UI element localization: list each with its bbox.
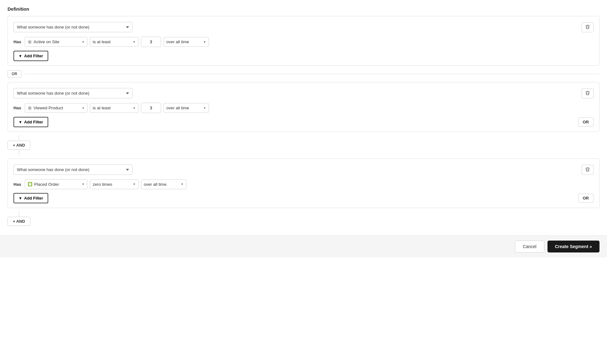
and-line-v-1 [19, 135, 19, 141]
has-label-2: Has [13, 106, 22, 110]
event-arrow-3: ▼ [82, 183, 85, 186]
add-filter-3-button[interactable]: ▼ Add Filter [13, 193, 48, 203]
condition-arrow-3: ▼ [133, 183, 136, 186]
value-input-1[interactable] [141, 37, 161, 47]
time-select-1[interactable]: over all time ▼ [163, 37, 209, 47]
time-value-1: over all time [166, 39, 189, 44]
time-value-2: over all time [166, 106, 189, 110]
and-line-v-2 [19, 150, 19, 155]
condition-select-3[interactable]: zero times ▼ [90, 179, 138, 189]
add-filter-1-label: Add Filter [24, 54, 43, 58]
main-select-dropdown-2[interactable]: What someone has done (or not done) Prop… [13, 88, 132, 98]
time-select-3[interactable]: over all time ▼ [141, 179, 186, 189]
condition-value-1: is at least [93, 39, 111, 44]
condition-group-1: What someone has done (or not done) Prop… [8, 16, 599, 66]
cancel-button[interactable]: Cancel [515, 241, 544, 252]
filter-row-1: Has Active on Site ▼ is at least ▼ over … [13, 37, 594, 47]
event-arrow-2: ▼ [82, 107, 85, 110]
time-select-2[interactable]: over all time ▼ [163, 103, 209, 113]
condition-select-1[interactable]: is at least ▼ [90, 37, 138, 47]
condition-arrow-1: ▼ [133, 40, 136, 44]
condition-value-3: zero times [93, 182, 112, 187]
main-select-1[interactable]: What someone has done (or not done) Prop… [13, 22, 132, 32]
event-select-2[interactable]: Viewed Product ▼ [25, 103, 87, 113]
main-select-dropdown-3[interactable]: What someone has done (or not done) Prop… [13, 164, 132, 175]
and-button-1[interactable]: + AND [8, 141, 30, 150]
time-value-3: over all time [144, 182, 167, 187]
filter-icon-3: ▼ [18, 196, 22, 200]
or-button-3[interactable]: OR [578, 194, 594, 203]
or-button-2[interactable]: OR [578, 117, 594, 127]
gear-icon-1 [28, 40, 32, 44]
add-filter-2-button[interactable]: ▼ Add Filter [13, 117, 48, 127]
value-input-2[interactable] [141, 103, 161, 113]
and-wrapper-2: + AND [8, 211, 599, 226]
condition-value-2: is at least [93, 106, 111, 110]
delete-group-3-button[interactable] [582, 165, 594, 175]
add-filter-3-label: Add Filter [24, 196, 43, 200]
footer-bar: Cancel Create Segment » [0, 235, 607, 257]
time-arrow-2: ▼ [203, 107, 206, 110]
condition-arrow-2: ▼ [133, 107, 136, 110]
event-select-1[interactable]: Active on Site ▼ [25, 37, 87, 47]
event-value-2: Viewed Product [34, 106, 63, 110]
event-arrow-1: ▼ [82, 40, 85, 44]
filter-icon-1: ▼ [18, 54, 22, 58]
definition-title: Definition [8, 6, 599, 12]
filter-icon-2: ▼ [18, 120, 22, 124]
trash-icon-2 [585, 91, 590, 95]
add-filter-2-label: Add Filter [24, 120, 43, 124]
delete-group-2-button[interactable] [582, 88, 594, 98]
time-arrow-1: ▼ [203, 40, 206, 44]
filter-row-3: Has Placed Order ▼ zero times ▼ over all… [13, 179, 594, 189]
create-segment-button[interactable]: Create Segment » [547, 241, 599, 252]
condition-group-3: What someone has done (or not done) Prop… [8, 159, 599, 208]
condition-select-2[interactable]: is at least ▼ [90, 103, 138, 113]
shopify-icon-3 [28, 182, 33, 187]
gear-icon-2 [28, 106, 32, 110]
main-select-3[interactable]: What someone has done (or not done) Prop… [13, 164, 132, 175]
svg-point-1 [29, 107, 31, 109]
or-line-1 [24, 74, 599, 74]
add-filter-1-button[interactable]: ▼ Add Filter [13, 51, 48, 61]
has-label-1: Has [13, 39, 22, 44]
and-line-v-3 [19, 211, 19, 217]
or-divider-1: OR [8, 70, 599, 78]
main-select-dropdown-1[interactable]: What someone has done (or not done) Prop… [13, 22, 132, 32]
or-label-1: OR [8, 70, 21, 78]
filter-row-2: Has Viewed Product ▼ is at least ▼ over … [13, 103, 594, 113]
trash-icon [585, 25, 590, 29]
time-arrow-3: ▼ [181, 183, 184, 186]
and-button-2[interactable]: + AND [8, 217, 30, 226]
svg-point-0 [29, 41, 31, 43]
trash-icon-3 [585, 167, 590, 172]
delete-group-1-button[interactable] [582, 22, 594, 32]
and-wrapper-1: + AND [8, 135, 599, 155]
condition-group-2: What someone has done (or not done) Prop… [8, 82, 599, 132]
main-select-2[interactable]: What someone has done (or not done) Prop… [13, 88, 132, 98]
event-value-1: Active on Site [34, 39, 60, 44]
event-value-3: Placed Order [34, 182, 59, 187]
event-select-3[interactable]: Placed Order ▼ [25, 179, 87, 189]
has-label-3: Has [13, 182, 22, 187]
